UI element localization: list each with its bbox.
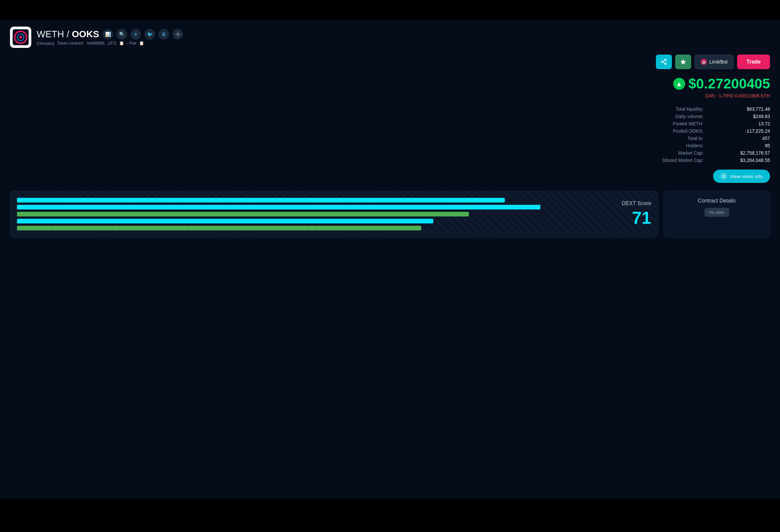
dext-card: DEXT Score 71	[10, 191, 658, 237]
stats-label: Pooled OOKS:	[650, 128, 703, 134]
stats-value: $63,771.48	[717, 106, 770, 112]
stats-label: Holders:	[650, 143, 703, 148]
svg-point-6	[661, 61, 663, 63]
stats-row: Holders:95	[10, 143, 770, 148]
stats-row: Pooled OOKS:117,225.24	[10, 128, 770, 134]
contract-address: 0x69d990...1572	[87, 41, 116, 46]
dext-bar	[17, 219, 433, 223]
stats-value: $249.83	[717, 114, 770, 119]
stats-value: 95	[717, 143, 770, 148]
svg-point-7	[665, 63, 666, 64]
stats-label: Market Cap:	[650, 150, 703, 156]
contract-card: Contract Details No data	[664, 191, 770, 237]
svg-point-5	[665, 59, 666, 61]
token-logo	[10, 26, 31, 48]
stats-label: Diluted Market Cap:	[650, 158, 703, 163]
bottom-spacer	[0, 499, 780, 532]
monitor-button[interactable]: 🖥	[158, 29, 169, 40]
dext-score-section: DEXT Score 71	[622, 201, 651, 228]
actions-row: 🤖 Limit/Bot Trade	[10, 55, 770, 69]
price-row: ▲ $0.27200405	[673, 76, 770, 92]
stats-label: Total liquidity:	[650, 106, 703, 112]
share-button[interactable]	[656, 55, 672, 69]
view-more-button[interactable]: i View more info	[713, 170, 770, 183]
pair-label: - Pair	[127, 41, 137, 46]
stats-value: 457	[717, 136, 770, 141]
stats-row: Market Cap:$2,758,176.57	[10, 150, 770, 156]
stats-label: Total tx:	[650, 136, 703, 141]
top-bar	[0, 0, 780, 20]
telegram-button[interactable]: ✈	[131, 29, 141, 40]
limitbot-icon: 🤖	[701, 59, 707, 65]
dext-label: DEXT Score	[622, 201, 651, 207]
favorite-button[interactable]	[675, 55, 691, 69]
svg-marker-10	[681, 59, 686, 64]
stats-row: Pooled WETH:13.72	[10, 121, 770, 126]
stats-value: $2,758,176.57	[717, 150, 770, 156]
stats-row: Total liquidity:$63,771.48	[10, 106, 770, 112]
view-more-row: i View more info	[10, 170, 770, 183]
trade-button[interactable]: Trade	[737, 55, 770, 69]
view-more-label: View more info	[730, 173, 763, 179]
stats-value: $3,264,048.55	[717, 158, 770, 163]
stats-value: 13.72	[717, 121, 770, 126]
bottom-cards: DEXT Score 71 Contract Details No data	[10, 191, 770, 237]
price-section: ▲ $0.27200405 (24h: -1.79%) 0.00011908 E…	[10, 76, 770, 98]
stats-row: Total tx:457	[10, 136, 770, 141]
dext-bars	[17, 198, 622, 230]
dext-card-inner: DEXT Score 71	[17, 198, 651, 230]
contract-copy-icon[interactable]: 📋	[119, 41, 124, 46]
token-full-name: (Onooks)	[37, 41, 54, 46]
dext-bar	[17, 205, 540, 209]
pair-copy-icon[interactable]: 📋	[139, 41, 144, 46]
price-value: $0.27200405	[688, 76, 770, 92]
dext-bar	[17, 198, 505, 203]
info-circle-icon: i	[721, 173, 727, 179]
moonscan-button[interactable]: 🔍	[116, 29, 127, 40]
limitbot-button[interactable]: 🤖 Limit/Bot	[694, 55, 734, 69]
stats-row: Diluted Market Cap:$3,264,048.55	[10, 158, 770, 163]
contract-title: Contract Details	[671, 198, 763, 204]
main-content: WETH / OOKS 📊 🔍 ✈ 🐦 🖥 ➕ (Onooks) Token c…	[0, 20, 780, 499]
stats-value: 117,225.24	[717, 128, 770, 134]
contract-label: Token contract:	[57, 41, 84, 46]
chart-button[interactable]: 📊	[102, 29, 113, 40]
svg-line-9	[663, 60, 665, 61]
token-name-row: WETH / OOKS 📊 🔍 ✈ 🐦 🖥 ➕	[37, 29, 183, 40]
stats-label: Pooled WETH:	[650, 121, 703, 126]
token-pair-label: WETH / OOKS	[37, 29, 99, 40]
price-up-icon: ▲	[673, 78, 685, 90]
token-sub-row: (Onooks) Token contract: 0x69d990...1572…	[37, 41, 183, 46]
header-row: WETH / OOKS 📊 🔍 ✈ 🐦 🖥 ➕ (Onooks) Token c…	[10, 26, 770, 48]
token-info: WETH / OOKS 📊 🔍 ✈ 🐦 🖥 ➕ (Onooks) Token c…	[37, 29, 183, 46]
add-button[interactable]: ➕	[173, 29, 183, 40]
stats-label: Daily volume:	[650, 114, 703, 119]
stats-row: Daily volume:$249.83	[10, 114, 770, 119]
limitbot-label: Limit/Bot	[710, 59, 727, 64]
svg-point-4	[19, 36, 22, 39]
dext-bar	[17, 226, 421, 230]
price-change: (24h: -1.79%) 0.00011908 ETH	[705, 93, 770, 98]
twitter-button[interactable]: 🐦	[144, 29, 155, 40]
dext-bar	[17, 212, 469, 216]
no-data-badge: No data	[704, 208, 729, 217]
svg-line-8	[663, 62, 665, 63]
dext-score: 71	[632, 208, 651, 228]
stats-table: Total liquidity:$63,771.48Daily volume:$…	[10, 106, 770, 163]
